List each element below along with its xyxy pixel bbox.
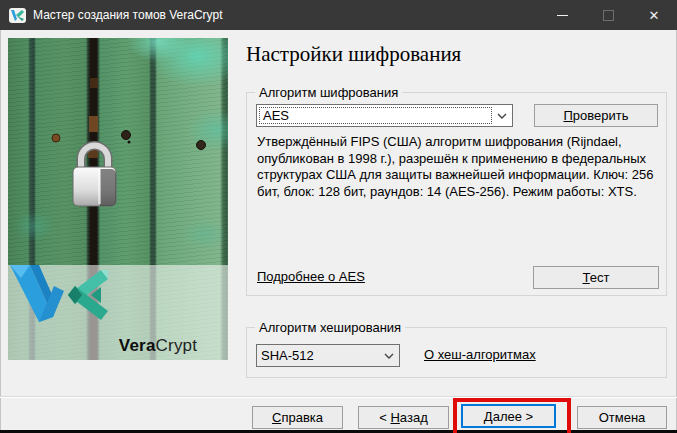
benchmark-test-button[interactable]: Тест <box>533 266 659 289</box>
test-button-label: Тест <box>583 270 610 285</box>
brand-band: VeraCrypt <box>8 265 228 360</box>
back-button[interactable]: < Назад <box>358 406 449 429</box>
minimize-button[interactable] <box>539 0 585 30</box>
back-button-label: < Назад <box>379 410 427 425</box>
more-about-aes-link[interactable]: Подробнее о AES <box>257 269 365 284</box>
hash-algorithm-value: SHA-512 <box>257 348 379 363</box>
footer-divider <box>0 396 677 398</box>
next-button-label: Далее > <box>484 409 533 424</box>
maximize-icon <box>603 10 614 21</box>
window-title: Мастер создания томов VeraCrypt <box>33 8 539 22</box>
encryption-algorithm-group: Алгоритм шифрования AES Проверить Утверж… <box>246 92 667 296</box>
hash-algorithm-group: Алгоритм хеширования SHA-512 О хеш-алгор… <box>246 327 667 378</box>
hash-algorithm-select[interactable]: SHA-512 <box>256 344 400 367</box>
chevron-down-icon <box>492 113 512 119</box>
cancel-button-label: Отмена <box>599 410 646 425</box>
veracrypt-wizard-window: Мастер создания томов VeraCrypt ✕ <box>0 0 677 433</box>
algorithm-description: Утверждённый FIPS (США) алгоритм шифрова… <box>257 134 659 200</box>
verify-button[interactable]: Проверить <box>534 104 658 127</box>
cancel-button[interactable]: Отмена <box>577 406 667 429</box>
veracrypt-logo <box>8 265 112 323</box>
encryption-group-label: Алгоритм шифрования <box>255 85 402 100</box>
encryption-algorithm-select[interactable]: AES <box>256 104 513 127</box>
help-button-label: Справка <box>272 410 323 425</box>
hash-group-label: Алгоритм хеширования <box>255 320 405 335</box>
minimize-icon <box>557 15 568 16</box>
close-icon: ✕ <box>649 9 660 22</box>
verify-button-label: Проверить <box>563 108 628 123</box>
titlebar: Мастер создания томов VeraCrypt ✕ <box>0 0 677 30</box>
wizard-banner-image: VeraCrypt <box>8 38 228 360</box>
veracrypt-wordmark: VeraCrypt <box>96 336 220 356</box>
page-title: Настройки шифрования <box>246 42 461 67</box>
hash-info-link[interactable]: О хеш-алгоритмах <box>424 347 536 362</box>
encryption-algorithm-value: AES <box>259 107 492 124</box>
help-button[interactable]: Справка <box>252 406 343 429</box>
chevron-down-icon <box>379 353 399 359</box>
next-button[interactable]: Далее > <box>461 404 556 428</box>
maximize-button <box>585 0 631 30</box>
close-button[interactable]: ✕ <box>631 0 677 30</box>
veracrypt-app-icon <box>9 8 26 23</box>
